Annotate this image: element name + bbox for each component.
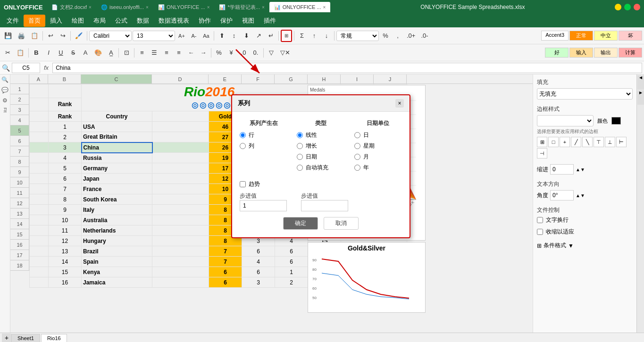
bold-button[interactable]: B	[31, 47, 42, 59]
cell[interactable]: 12	[49, 236, 82, 246]
cell[interactable]	[30, 163, 49, 174]
cell[interactable]: 1	[275, 267, 308, 277]
cell[interactable]	[30, 236, 49, 246]
tab-close-icon[interactable]: ×	[89, 5, 92, 10]
menu-file[interactable]: 文件	[2, 15, 24, 27]
cell[interactable]: 7	[209, 257, 242, 267]
cell[interactable]	[152, 174, 209, 184]
wrap-text-button[interactable]: ↵	[265, 30, 276, 42]
italic-button[interactable]: I	[43, 47, 54, 59]
radio-linear-input[interactable]	[297, 132, 303, 138]
cell[interactable]: Jamaica	[82, 277, 152, 288]
radio-day-input[interactable]	[354, 132, 360, 138]
add-sheet-button[interactable]: +	[2, 334, 11, 342]
sidebar-collapse-button[interactable]: ◀	[637, 75, 644, 90]
tab-onlyoffice2[interactable]: 📊 ONLYOFFICE ... ×	[269, 2, 331, 12]
cell[interactable]: Great Britain	[82, 132, 152, 142]
cell[interactable]: Russia	[82, 153, 152, 163]
menu-pivot[interactable]: 数据透视表	[154, 15, 194, 27]
cell[interactable]	[152, 246, 209, 257]
font-color-button[interactable]: A	[80, 47, 91, 59]
cell[interactable]: 10	[49, 215, 82, 225]
indent-input[interactable]	[550, 164, 574, 175]
cell-rank-hdr[interactable]: Rank	[49, 111, 82, 122]
menu-data[interactable]: 数据	[132, 15, 154, 27]
wrap-text-checkbox[interactable]	[537, 217, 543, 223]
redo-button[interactable]: ↪	[57, 30, 68, 42]
cell-d-hdr[interactable]	[152, 111, 209, 122]
copy-format-button[interactable]: 🖌️	[73, 30, 85, 42]
style-bad[interactable]: 坏	[619, 31, 642, 41]
cell[interactable]	[30, 132, 49, 142]
radio-year-input[interactable]	[354, 165, 360, 171]
cell[interactable]: 6	[242, 267, 275, 277]
cell[interactable]	[152, 153, 209, 163]
style-calc[interactable]: 计算	[619, 48, 642, 58]
strikethrough-button[interactable]: S̶	[67, 47, 79, 59]
style-good[interactable]: 好	[545, 48, 569, 58]
search-sidebar-icon[interactable]: 🔍	[1, 76, 8, 83]
cell[interactable]: 13	[49, 246, 82, 257]
indent-stepper[interactable]: ▲▼	[576, 167, 585, 172]
cell[interactable]: 14	[49, 257, 82, 267]
align-middle-button[interactable]: ↕	[228, 30, 240, 42]
cell[interactable]: France	[82, 184, 152, 194]
cell[interactable]	[152, 205, 209, 215]
font-size-select[interactable]: 13	[133, 31, 175, 41]
tab-xuji[interactable]: 📊 *学籍登记表... ×	[214, 2, 269, 12]
sheet-tab-sheet1[interactable]: Sheet1	[11, 334, 40, 342]
dialog-close-button[interactable]: ×	[395, 99, 404, 108]
border-top-icon[interactable]: ⊤	[594, 137, 604, 147]
shrink-fit-checkbox[interactable]	[537, 229, 543, 235]
cell[interactable]	[30, 277, 49, 288]
style-normal[interactable]: 正常	[569, 31, 593, 41]
number-format-select[interactable]: 常规	[336, 31, 379, 41]
cell-a2[interactable]	[30, 98, 49, 111]
filter-clear-button[interactable]: ▽✕	[278, 47, 293, 59]
menu-insert[interactable]: 插入	[45, 15, 67, 27]
radio-week-input[interactable]	[354, 143, 360, 149]
cell[interactable]	[30, 122, 49, 132]
print-preview-button[interactable]: 📋	[28, 30, 41, 42]
fill-color-button[interactable]: A̲	[105, 47, 117, 59]
cell[interactable]	[30, 215, 49, 225]
style-output[interactable]: 输出	[594, 48, 618, 58]
font-family-select[interactable]: Calibri	[89, 31, 132, 41]
cell[interactable]: Netherlands	[82, 225, 152, 236]
cell[interactable]	[152, 267, 209, 277]
cell[interactable]: USA	[82, 122, 152, 132]
cell[interactable]: China	[82, 142, 152, 153]
cell[interactable]: South Korea	[82, 194, 152, 205]
color-box[interactable]	[611, 117, 621, 125]
align-right-button[interactable]: ≡	[161, 47, 172, 59]
cell[interactable]	[152, 194, 209, 205]
cell[interactable]	[152, 277, 209, 288]
cell[interactable]	[152, 257, 209, 267]
dialog-ok-button[interactable]: 确定	[283, 217, 318, 230]
cell[interactable]	[152, 236, 209, 246]
maximize-button[interactable]	[624, 4, 631, 10]
fill-select[interactable]: 无填充	[537, 88, 633, 100]
cell[interactable]: 3	[242, 277, 275, 288]
align-left-button[interactable]: ≡	[136, 47, 148, 59]
cell-a-hdr[interactable]	[30, 111, 49, 122]
border-style-select[interactable]	[537, 115, 594, 126]
cell[interactable]	[30, 246, 49, 257]
cell[interactable]	[30, 153, 49, 163]
cell[interactable]: Spain	[82, 257, 152, 267]
text-orient-button[interactable]: ↗	[253, 30, 264, 42]
step-input[interactable]	[240, 200, 287, 211]
cell[interactable]: 2	[275, 277, 308, 288]
cell[interactable]: 7	[49, 184, 82, 194]
cell[interactable]: 11	[49, 225, 82, 236]
tab-close-icon[interactable]: ×	[146, 5, 149, 10]
cell[interactable]: 6	[209, 267, 242, 277]
dec-inc-button[interactable]: .0+	[404, 30, 418, 42]
close-button[interactable]	[634, 4, 640, 10]
cell[interactable]	[30, 205, 49, 215]
justify-button[interactable]: ≡	[173, 47, 184, 59]
trend-checkbox[interactable]	[240, 181, 246, 187]
cell[interactable]: 3	[49, 142, 82, 153]
save-button[interactable]: 💾	[2, 30, 14, 42]
cell-a1[interactable]	[30, 84, 49, 98]
